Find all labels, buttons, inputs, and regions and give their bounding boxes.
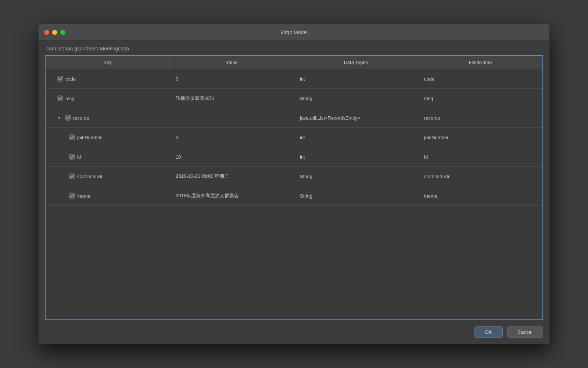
value-cell: 2016年度海外高层次人群聚会 bbox=[170, 186, 294, 205]
key-cell: startDateStr bbox=[46, 167, 170, 186]
model-table: Key Value Data Types FiledName code0intc… bbox=[45, 55, 543, 320]
field-name-cell: id bbox=[418, 147, 542, 166]
value-cell: 3 bbox=[170, 128, 294, 147]
type-cell: String bbox=[294, 89, 418, 108]
checkbox-icon[interactable] bbox=[69, 134, 75, 140]
value-cell: 10 bbox=[170, 147, 294, 166]
table-header: Key Value Data Types FiledName bbox=[46, 56, 542, 69]
key-cell: code bbox=[46, 69, 170, 88]
footer: OK Cancel bbox=[39, 320, 549, 344]
class-name-label: com.leohan.gsondemo.MeetingData bbox=[45, 46, 543, 52]
field-name-cell: startDateStr bbox=[418, 167, 542, 186]
table-row: id10intid bbox=[46, 147, 542, 167]
table-row: ▼ recordsjava.util.List<RecordsEntity>re… bbox=[46, 108, 542, 128]
type-cell: String bbox=[294, 167, 418, 186]
key-text: id bbox=[77, 154, 81, 160]
checkbox-icon[interactable] bbox=[57, 76, 63, 82]
value-cell bbox=[170, 108, 294, 127]
close-button[interactable] bbox=[44, 30, 49, 35]
ok-button[interactable]: OK bbox=[474, 326, 503, 338]
checkbox-icon[interactable] bbox=[69, 193, 75, 199]
checkbox-icon[interactable] bbox=[57, 95, 63, 101]
checkbox-icon[interactable] bbox=[65, 115, 71, 121]
key-text: theme bbox=[77, 193, 90, 199]
key-text: startDateStr bbox=[77, 174, 103, 179]
header-key: Key bbox=[46, 56, 170, 69]
traffic-lights bbox=[44, 30, 65, 35]
type-cell: java.util.List<RecordsEntity> bbox=[294, 108, 418, 127]
window-body: com.leohan.gsondemo.MeetingData Key Valu… bbox=[39, 40, 549, 320]
header-filed-name: FiledName bbox=[418, 56, 542, 69]
header-value: Value bbox=[170, 56, 294, 69]
main-window: Virgo Model com.leohan.gsondemo.MeetingD… bbox=[39, 24, 549, 344]
key-cell: joinNumber bbox=[46, 128, 170, 147]
type-cell: int bbox=[294, 69, 418, 88]
type-cell: String bbox=[294, 186, 418, 205]
key-text: records bbox=[73, 115, 89, 121]
checkbox-icon[interactable] bbox=[69, 154, 75, 160]
type-cell: int bbox=[294, 147, 418, 166]
field-name-cell: code bbox=[418, 69, 542, 88]
minimize-button[interactable] bbox=[52, 30, 57, 35]
key-text: msg bbox=[65, 96, 75, 101]
field-name-cell: theme bbox=[418, 186, 542, 205]
key-text: code bbox=[65, 76, 76, 82]
value-cell: 2016-10-26 09:00 星期三 bbox=[170, 167, 294, 186]
key-cell: ▼ records bbox=[46, 108, 170, 127]
key-text: joinNumber bbox=[77, 135, 101, 140]
type-cell: int bbox=[294, 128, 418, 147]
table-row: joinNumber3intjoinNumber bbox=[46, 128, 542, 147]
table-row: code0intcode bbox=[46, 69, 542, 89]
title-bar: Virgo Model bbox=[39, 24, 549, 40]
field-name-cell: joinNumber bbox=[418, 128, 542, 147]
field-name-cell: records bbox=[418, 108, 542, 127]
key-cell: theme bbox=[46, 186, 170, 205]
table-row: msg轮播会议获取成功Stringmsg bbox=[46, 89, 542, 108]
key-cell: id bbox=[46, 147, 170, 166]
key-cell: msg bbox=[46, 89, 170, 108]
value-cell: 轮播会议获取成功 bbox=[170, 89, 294, 108]
checkbox-icon[interactable] bbox=[69, 173, 75, 179]
table-row: startDateStr2016-10-26 09:00 星期三Stringst… bbox=[46, 167, 542, 186]
maximize-button[interactable] bbox=[60, 30, 65, 35]
value-cell: 0 bbox=[170, 69, 294, 88]
window-title: Virgo Model bbox=[280, 29, 308, 35]
cancel-button[interactable]: Cancel bbox=[507, 326, 543, 338]
field-name-cell: msg bbox=[418, 89, 542, 108]
table-row: theme2016年度海外高层次人群聚会Stringtheme bbox=[46, 186, 542, 206]
table-body: code0intcode msg轮播会议获取成功Stringmsg▼ recor… bbox=[46, 69, 542, 319]
expand-arrow-icon[interactable]: ▼ bbox=[57, 116, 61, 120]
header-data-types: Data Types bbox=[294, 56, 418, 69]
